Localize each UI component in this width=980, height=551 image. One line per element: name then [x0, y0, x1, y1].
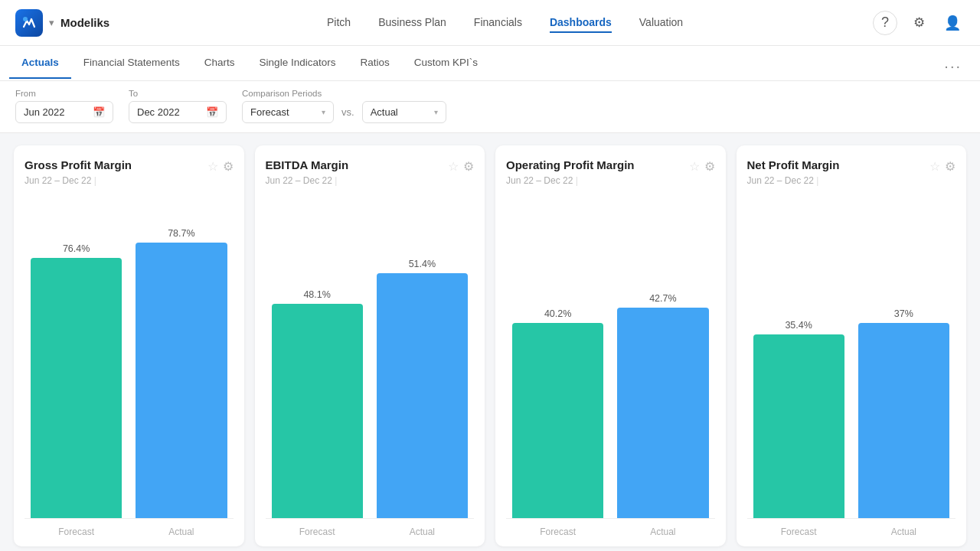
card-period-2: Jun 22 – Dec 22 | — [506, 175, 715, 186]
bar-value-actual-2: 42.7% — [649, 293, 676, 304]
bar-label-forecast-0: Forecast — [58, 527, 94, 537]
bar-label-actual-3: Actual — [891, 527, 916, 537]
to-value: Dec 2022 — [137, 106, 180, 118]
settings-icon[interactable]: ⚙ — [906, 11, 931, 35]
bar-group-forecast-2: 40.2% — [512, 308, 603, 518]
bar-forecast-0 — [31, 258, 122, 518]
period1-value: Forecast — [250, 106, 289, 118]
bar-group-forecast-1: 48.1% — [272, 289, 363, 518]
bar-group-actual-3: 37% — [858, 308, 949, 518]
user-icon[interactable]: 👤 — [940, 11, 965, 35]
from-filter-group: From Jun 2022 📅 — [15, 89, 113, 123]
nav-icon-group: ? ⚙ 👤 — [873, 11, 965, 35]
bar-forecast-1 — [272, 304, 363, 518]
nav-valuation[interactable]: Valuation — [639, 13, 683, 33]
from-value: Jun 2022 — [24, 106, 65, 118]
bar-group-forecast-0: 76.4% — [31, 243, 122, 518]
logo-icon — [15, 9, 43, 37]
comparison-label: Comparison Periods — [242, 89, 446, 98]
chart-card-0: Gross Profit Margin ☆ ⚙ Jun 22 – Dec 22 … — [14, 145, 244, 546]
svg-point-0 — [23, 17, 28, 21]
bar-group-actual-0: 78.7% — [136, 228, 227, 518]
bar-value-forecast-3: 35.4% — [785, 320, 812, 331]
sub-nav-more[interactable]: ... — [935, 51, 971, 75]
from-label: From — [15, 89, 113, 98]
from-input[interactable]: Jun 2022 📅 — [15, 101, 113, 123]
bar-label-actual-0: Actual — [168, 527, 194, 537]
nav-business-plan[interactable]: Business Plan — [378, 13, 446, 33]
bar-group-actual-1: 51.4% — [377, 259, 468, 518]
nav-links: Pitch Business Plan Financials Dashboard… — [137, 13, 873, 33]
bar-value-actual-1: 51.4% — [409, 259, 436, 269]
card-period-3: Jun 22 – Dec 22 | — [747, 175, 956, 186]
sub-nav-custom-kpis[interactable]: Custom KPI`s — [402, 47, 490, 79]
period2-select[interactable]: Actual ▾ — [362, 101, 446, 123]
logo[interactable]: ▾ Modeliks — [15, 9, 109, 37]
bar-group-forecast-3: 35.4% — [753, 320, 844, 518]
card-period-1: Jun 22 – Dec 22 | — [266, 175, 475, 186]
sub-nav-actuals[interactable]: Actuals — [9, 47, 71, 79]
to-input[interactable]: Dec 2022 📅 — [129, 101, 227, 123]
to-label: To — [129, 89, 227, 98]
nav-financials[interactable]: Financials — [474, 13, 522, 33]
sub-nav-single-indicators[interactable]: Single Indicators — [247, 47, 348, 79]
star-icon-2[interactable]: ☆ — [689, 159, 700, 174]
bar-chart-0: 76.4% 78.7% Forecast Actual — [24, 194, 234, 537]
dropdown-arrow-1: ▾ — [322, 108, 325, 116]
bar-value-forecast-2: 40.2% — [544, 308, 571, 319]
dropdown-arrow-2: ▾ — [434, 108, 438, 116]
bar-chart-3: 35.4% 37% Forecast Actual — [747, 194, 956, 537]
period1-select[interactable]: Forecast ▾ — [242, 101, 334, 123]
bar-label-actual-2: Actual — [650, 527, 675, 537]
card-header-1: EBITDA Margin ☆ ⚙ — [266, 158, 475, 174]
bar-forecast-3 — [753, 334, 844, 518]
card-period-0: Jun 22 – Dec 22 | — [24, 175, 234, 186]
chart-card-3: Net Profit Margin ☆ ⚙ Jun 22 – Dec 22 | … — [737, 145, 967, 546]
sub-nav-charts[interactable]: Charts — [192, 47, 247, 79]
top-nav: ▾ Modeliks Pitch Business Plan Financial… — [0, 0, 980, 46]
gear-icon-1[interactable]: ⚙ — [463, 159, 474, 174]
star-icon-0[interactable]: ☆ — [207, 159, 218, 174]
bar-value-actual-0: 78.7% — [168, 228, 194, 239]
bar-actual-0 — [136, 243, 227, 518]
star-icon-1[interactable]: ☆ — [448, 159, 459, 174]
nav-pitch[interactable]: Pitch — [327, 13, 351, 33]
app-name: Modeliks — [60, 16, 109, 29]
calendar-icon-2: 📅 — [206, 106, 218, 118]
filter-bar: From Jun 2022 📅 To Dec 2022 📅 Comparison… — [0, 81, 980, 133]
chart-card-1: EBITDA Margin ☆ ⚙ Jun 22 – Dec 22 | 48.1… — [255, 145, 485, 546]
bar-label-forecast-3: Forecast — [781, 527, 817, 537]
vs-label: vs. — [341, 106, 354, 118]
card-title-0: Gross Profit Margin — [24, 158, 207, 173]
card-title-1: EBITDA Margin — [266, 158, 449, 173]
bar-chart-1: 48.1% 51.4% Forecast Actual — [266, 194, 475, 537]
calendar-icon: 📅 — [93, 106, 105, 118]
card-title-2: Operating Profit Margin — [506, 158, 689, 173]
gear-icon-3[interactable]: ⚙ — [945, 159, 956, 174]
gear-icon-2[interactable]: ⚙ — [704, 159, 715, 174]
sub-nav-ratios[interactable]: Ratios — [348, 47, 401, 79]
comparison-filter-group: Comparison Periods Forecast ▾ vs. Actual… — [242, 89, 446, 123]
bar-actual-1 — [377, 273, 468, 518]
bar-label-forecast-1: Forecast — [299, 527, 335, 537]
card-title-3: Net Profit Margin — [747, 158, 930, 173]
card-header-2: Operating Profit Margin ☆ ⚙ — [506, 158, 715, 174]
charts-grid: Gross Profit Margin ☆ ⚙ Jun 22 – Dec 22 … — [0, 133, 980, 551]
gear-icon-0[interactable]: ⚙ — [223, 159, 234, 174]
sub-nav: Actuals Financial Statements Charts Sing… — [0, 46, 980, 81]
to-filter-group: To Dec 2022 📅 — [129, 89, 227, 123]
card-header-0: Gross Profit Margin ☆ ⚙ — [24, 158, 234, 174]
bar-label-forecast-2: Forecast — [540, 527, 576, 537]
bar-actual-3 — [858, 323, 949, 518]
sub-nav-financial-statements[interactable]: Financial Statements — [71, 47, 192, 79]
bar-group-actual-2: 42.7% — [617, 293, 708, 518]
chart-card-2: Operating Profit Margin ☆ ⚙ Jun 22 – Dec… — [495, 145, 726, 546]
bar-value-actual-3: 37% — [894, 308, 913, 319]
nav-dashboards[interactable]: Dashboards — [550, 13, 612, 33]
bar-label-actual-1: Actual — [410, 527, 435, 537]
star-icon-3[interactable]: ☆ — [929, 159, 940, 174]
period2-value: Actual — [371, 106, 398, 118]
bar-chart-2: 40.2% 42.7% Forecast Actual — [506, 194, 715, 537]
bar-actual-2 — [617, 308, 708, 518]
help-icon[interactable]: ? — [873, 11, 897, 35]
